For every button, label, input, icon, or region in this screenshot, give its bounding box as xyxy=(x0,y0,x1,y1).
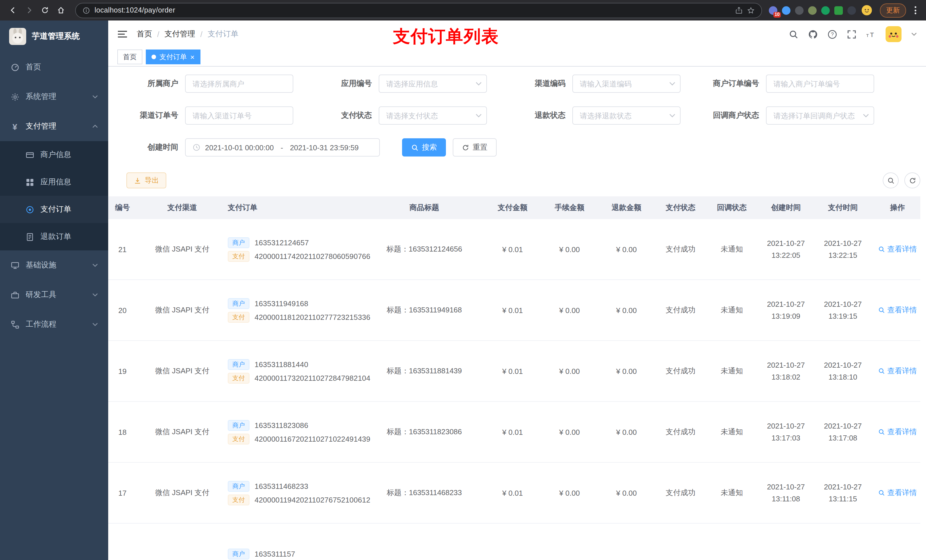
date-range-picker[interactable]: 2021-10-01 00:00:00 - 2021-10-31 23:59:5… xyxy=(185,138,380,157)
hamburger-icon[interactable] xyxy=(117,30,127,39)
url-text[interactable]: localhost:1024/pay/order xyxy=(95,6,731,14)
column-header: 退款金额 xyxy=(598,202,655,213)
filter-control[interactable] xyxy=(572,74,681,93)
tab[interactable]: 首页 xyxy=(117,50,142,64)
filter-input[interactable] xyxy=(185,74,293,93)
font-size-icon[interactable]: TT xyxy=(866,29,876,39)
sidebar-item-pay-order[interactable]: 支付订单 xyxy=(0,196,108,223)
channel-order-no: 4200001174202110278060590766 xyxy=(254,252,371,260)
filter-input[interactable] xyxy=(572,74,681,93)
filter-input[interactable] xyxy=(572,106,681,125)
breadcrumb-item[interactable]: 首页 xyxy=(137,29,152,39)
toggle-search-button[interactable] xyxy=(883,172,899,189)
card-icon xyxy=(25,151,34,159)
column-header: 手续金额 xyxy=(541,202,598,213)
case-icon xyxy=(10,320,20,329)
sidebar-item-system[interactable]: 系统管理 xyxy=(0,82,108,112)
chrome-menu-icon[interactable] xyxy=(911,6,920,14)
breadcrumb-item: 支付订单 xyxy=(207,29,238,39)
extension-icon-5[interactable] xyxy=(821,6,830,15)
sidebar-item-app-info[interactable]: 应用信息 xyxy=(0,169,108,196)
table-body: 21 微信 JSAPI 支付 商户 1635312124657 支付 42000… xyxy=(108,219,920,560)
cell-id: 19 xyxy=(108,367,148,375)
filter-control[interactable] xyxy=(766,74,874,93)
sidebar-item-home[interactable]: 首页 xyxy=(0,52,108,82)
orders-table: 编号支付渠道支付订单商品标题支付金额手续金额退款金额支付状态回调状态创建时间支付… xyxy=(108,196,920,560)
table-row: 20 微信 JSAPI 支付 商户 1635311949168 支付 42000… xyxy=(108,280,920,341)
merchant-badge: 商户 xyxy=(228,359,250,370)
view-detail-link[interactable]: 查看详情 xyxy=(878,305,917,315)
column-header: 商品标题 xyxy=(365,202,484,213)
help-icon[interactable]: ? xyxy=(828,29,837,39)
filter-control[interactable] xyxy=(379,74,487,93)
reload-button[interactable] xyxy=(38,3,52,18)
cell-pay-time: 2021-10-27 13:22:15 xyxy=(814,237,872,261)
date-end: 2021-10-31 23:59:59 xyxy=(290,143,359,152)
sidebar: 芋道管理系统 首页 系统管理 ¥ 支付管理 商户信息 应用信息 支付订单 退款订… xyxy=(0,21,108,560)
svg-text:?: ? xyxy=(831,31,834,37)
caret-down-icon[interactable] xyxy=(911,31,917,37)
sidebar-item-infra[interactable]: 基础设施 xyxy=(0,251,108,280)
extension-icon-2[interactable] xyxy=(782,6,790,15)
extension-icon-4[interactable] xyxy=(808,6,817,15)
sidebar-item-workflow[interactable]: 工作流程 xyxy=(0,309,108,339)
address-bar[interactable]: localhost:1024/pay/order xyxy=(75,3,762,18)
view-detail-icon xyxy=(878,489,885,496)
forward-button[interactable] xyxy=(22,3,36,18)
sidebar-item-refund-order[interactable]: 退款订单 xyxy=(0,223,108,251)
filter-control[interactable] xyxy=(185,74,293,93)
sidebar-item-dev-tools[interactable]: 研发工具 xyxy=(0,280,108,309)
filter-control[interactable] xyxy=(379,106,487,125)
table-row: 18 微信 JSAPI 支付 商户 1635311823086 支付 42000… xyxy=(108,402,920,463)
site-info-icon[interactable] xyxy=(83,6,90,14)
github-icon[interactable] xyxy=(808,29,818,39)
filter-field: 回调商户状态 xyxy=(695,106,874,125)
filter-input[interactable] xyxy=(185,106,293,125)
sidebar-item-pay[interactable]: ¥ 支付管理 xyxy=(0,112,108,141)
logo: 芋道管理系统 xyxy=(0,21,108,52)
avatar[interactable] xyxy=(885,26,902,42)
export-button[interactable]: 导出 xyxy=(126,172,166,189)
channel-order-no: 4200001181202110277723215336 xyxy=(254,313,371,321)
view-detail-link[interactable]: 查看详情 xyxy=(878,244,917,254)
bookmark-star-icon[interactable] xyxy=(747,6,755,14)
search-icon[interactable] xyxy=(789,29,799,39)
extension-icon-1[interactable]: 10 xyxy=(769,6,777,15)
search-button[interactable]: 搜索 xyxy=(402,138,446,157)
extension-icon-3[interactable] xyxy=(795,6,803,15)
extension-icon-7[interactable] xyxy=(847,6,856,15)
fullscreen-icon[interactable] xyxy=(847,29,856,39)
filter-input[interactable] xyxy=(379,106,487,125)
view-detail-link[interactable]: 查看详情 xyxy=(878,366,917,376)
chrome-update-button[interactable]: 更新 xyxy=(880,3,906,17)
pay-badge: 支付 xyxy=(228,312,250,322)
profile-avatar[interactable] xyxy=(862,5,872,15)
cell-id: 17 xyxy=(108,489,148,497)
filter-label: 退款状态 xyxy=(501,110,572,121)
filter-control[interactable] xyxy=(766,106,874,125)
chevron-down-icon xyxy=(92,292,98,297)
share-icon[interactable] xyxy=(735,6,743,14)
filter-input[interactable] xyxy=(766,106,874,125)
back-button[interactable] xyxy=(6,3,21,18)
filter-input[interactable] xyxy=(379,74,487,93)
filter-control[interactable] xyxy=(185,106,293,125)
refresh-table-button[interactable] xyxy=(904,172,920,189)
home-button[interactable] xyxy=(53,3,68,18)
sidebar-item-merchant-info[interactable]: 商户信息 xyxy=(0,141,108,169)
sidebar-item-label: 商户信息 xyxy=(41,150,71,160)
cell-channel: 微信 JSAPI 支付 xyxy=(148,305,216,315)
filter-input[interactable] xyxy=(766,74,874,93)
view-detail-link[interactable]: 查看详情 xyxy=(878,488,917,498)
tab[interactable]: 支付订单 × xyxy=(146,50,200,64)
filter-label: 应用编号 xyxy=(307,78,379,89)
cell-order: 商户 1635311881440 支付 42000011732021102728… xyxy=(216,356,365,386)
filter-control[interactable] xyxy=(572,106,681,125)
table-toolbar: 导出 xyxy=(114,172,920,189)
tab-close-icon[interactable]: × xyxy=(190,53,195,60)
view-detail-link[interactable]: 查看详情 xyxy=(878,427,917,437)
extension-icon-6[interactable] xyxy=(834,6,843,15)
filter-field: 所属商户 xyxy=(114,74,293,93)
reset-button[interactable]: 重置 xyxy=(453,138,496,157)
breadcrumb-item[interactable]: 支付管理 xyxy=(165,29,195,39)
